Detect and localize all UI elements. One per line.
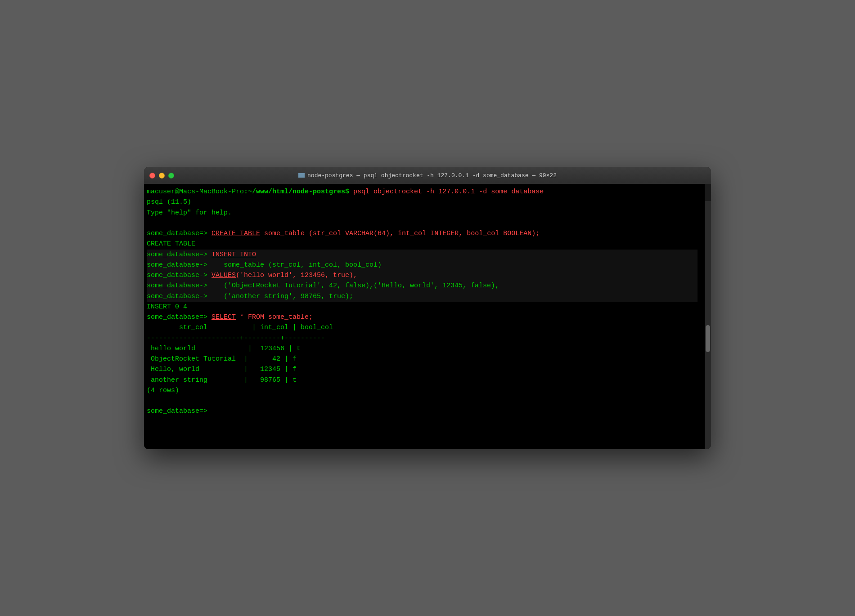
prompt-user: macuser@Macs-MacBook-Pro xyxy=(147,187,244,197)
terminal-line-2: psql (11.5) xyxy=(147,197,698,207)
terminal-line-6: CREATE TABLE xyxy=(147,239,698,249)
terminal-line-blank-1 xyxy=(147,218,698,228)
window-title: node-postgres — psql objectrocket -h 127… xyxy=(144,172,711,179)
select-cmd: SELECT xyxy=(212,312,236,322)
values-cmd: VALUES xyxy=(212,270,236,281)
terminal-content[interactable]: macuser@Macs-MacBook-Pro:~/www/html/node… xyxy=(144,184,705,449)
terminal-line-15: -----------------------+---------+------… xyxy=(147,333,698,344)
terminal-line-8: some_database-> some_table (str_col, int… xyxy=(147,260,698,270)
terminal-window: node-postgres — psql objectrocket -h 127… xyxy=(144,167,711,449)
terminal-row-1: hello world | 123456 | t xyxy=(147,344,698,354)
terminal-line-10: some_database-> ('ObjectRocket Tutorial'… xyxy=(147,281,698,291)
terminal-line-14: str_col | int_col | bool_col xyxy=(147,322,698,333)
terminal-line-7: some_database=> INSERT INTO xyxy=(147,250,698,260)
create-table-cmd: CREATE TABLE xyxy=(212,228,260,239)
terminal-line-blank-2 xyxy=(147,396,698,406)
terminal-final-prompt: some_database=> xyxy=(147,406,698,416)
terminal-line-11: some_database-> ('another string', 98765… xyxy=(147,291,698,302)
desktop: node-postgres — psql objectrocket -h 127… xyxy=(0,0,855,616)
prompt-path: :~/www/html/node-postgres$ xyxy=(244,187,349,197)
scrollbar-track[interactable] xyxy=(705,201,711,449)
terminal-icon xyxy=(298,173,305,178)
terminal-row-count: (4 rows) xyxy=(147,385,698,396)
terminal-line-13: some_database=> SELECT * FROM some_table… xyxy=(147,312,698,322)
minimize-button[interactable] xyxy=(159,173,165,179)
title-bar: node-postgres — psql objectrocket -h 127… xyxy=(144,167,711,184)
terminal-line-12: INSERT 0 4 xyxy=(147,302,698,312)
terminal-line-5: some_database=> CREATE TABLE some_table … xyxy=(147,228,698,239)
terminal-line-9: some_database-> VALUES('hello world', 12… xyxy=(147,270,698,281)
maximize-button[interactable] xyxy=(168,173,174,179)
close-button[interactable] xyxy=(149,173,155,179)
traffic-lights xyxy=(149,173,174,179)
insert-into-cmd: INSERT INTO xyxy=(212,250,256,260)
scrollbar-thumb[interactable] xyxy=(706,325,710,352)
terminal-row-3: Hello, world | 12345 | f xyxy=(147,364,698,375)
terminal-line-3: Type "help" for help. xyxy=(147,208,698,218)
command-psql: psql objectrocket -h 127.0.0.1 -d some_d… xyxy=(349,187,544,197)
terminal-line-1: macuser@Macs-MacBook-Pro:~/www/html/node… xyxy=(147,187,698,197)
terminal-row-4: another string | 98765 | t xyxy=(147,375,698,385)
terminal-row-2: ObjectRocket Tutorial | 42 | f xyxy=(147,354,698,364)
